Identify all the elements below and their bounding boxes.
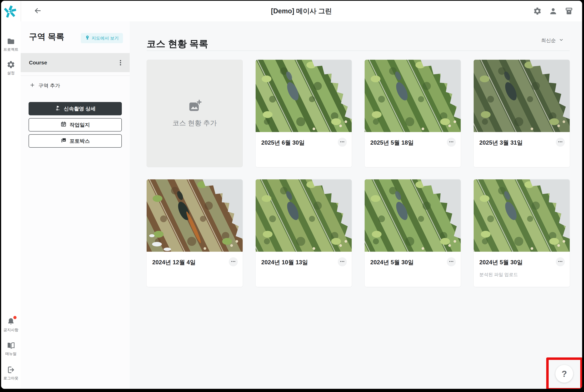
notification-badge <box>13 316 17 319</box>
card-footer: 2024년 5월 30일 분석된 파일 업로드 <box>474 252 570 287</box>
card-footer: 2025년 6월 30일 <box>256 132 352 167</box>
ellipsis-icon <box>339 259 345 265</box>
zone-name: Course <box>29 60 116 66</box>
card-date: 2024년 10월 13일 <box>261 258 308 266</box>
calendar-icon <box>61 121 67 128</box>
rail-item-folder[interactable]: 프로젝트 <box>1 37 21 52</box>
card-date: 2024년 5월 30일 <box>479 258 523 266</box>
rail-item-bell[interactable]: 공지사항 <box>1 317 21 332</box>
topbar-actions <box>533 1 573 22</box>
meissa-logo-icon[interactable] <box>4 5 17 18</box>
zone-menu-kebab-icon[interactable] <box>116 58 125 67</box>
course-status-card[interactable]: 2024년 5월 30일 <box>365 180 461 287</box>
main-content: 코스 현황 목록 최신순 코스 현황 추가 2025년 6월 30일 2025년… <box>130 22 582 389</box>
rail-item-label: 프로젝트 <box>4 47 19 52</box>
card-menu-button[interactable] <box>447 138 456 147</box>
topbar: [Demo] 메이사 그린 <box>21 1 582 22</box>
add-zone-button[interactable]: 구역 추가 <box>30 82 60 90</box>
left-rail: 프로젝트 설정 공지사항 매뉴얼 로그아웃 <box>1 1 21 389</box>
gear-icon <box>7 60 15 69</box>
project-title: [Demo] 메이사 그린 <box>21 1 582 22</box>
card-date: 2025년 6월 30일 <box>261 139 305 147</box>
rail-item-label: 공지사항 <box>4 328 19 332</box>
card-footer: 2025년 5월 18일 <box>365 132 461 167</box>
action-button-label: 작업일지 <box>70 122 90 128</box>
card-menu-button[interactable] <box>338 257 347 266</box>
course-card-grid: 코스 현황 추가 2025년 6월 30일 2025년 5월 18일 2025년… <box>147 60 570 287</box>
orthophoto-thumbnail <box>365 60 461 132</box>
course-status-card[interactable]: 2025년 3월 31일 <box>474 60 570 167</box>
course-status-card[interactable]: 2025년 6월 30일 <box>256 60 352 167</box>
course-status-card[interactable]: 2024년 10월 13일 <box>256 180 352 287</box>
orthophoto-thumbnail <box>474 180 570 252</box>
page-title: 코스 현황 목록 <box>147 38 208 50</box>
help-button[interactable]: ? <box>555 365 573 382</box>
ellipsis-icon <box>448 259 454 265</box>
orthophoto-thumbnail <box>147 180 243 252</box>
ellipsis-icon <box>557 259 563 265</box>
add-course-status-card[interactable]: 코스 현황 추가 <box>147 60 243 167</box>
action-button-golf-flag[interactable]: 신속촬영 상세 <box>29 102 122 115</box>
bell-icon <box>7 317 15 326</box>
ellipsis-icon <box>557 139 563 146</box>
card-footer: 2025년 3월 31일 <box>474 132 570 167</box>
golf-flag-icon <box>55 105 61 112</box>
view-on-map-label: 지도에서 보기 <box>92 35 119 41</box>
screen: { "window": { "title": "[Demo] 메이사 그린" }… <box>0 0 584 392</box>
card-footer: 2024년 10월 13일 <box>256 252 352 287</box>
logout-icon <box>7 366 15 374</box>
image-add-icon <box>188 99 202 114</box>
course-status-card[interactable]: 2024년 5월 30일 분석된 파일 업로드 <box>474 180 570 287</box>
action-button-photobox[interactable]: 포토박스 <box>29 134 122 148</box>
add-course-status-label: 코스 현황 추가 <box>172 118 217 128</box>
orthophoto-thumbnail <box>256 180 352 252</box>
card-footer: 2024년 5월 30일 <box>365 252 461 287</box>
card-menu-button[interactable] <box>556 257 565 266</box>
card-menu-button[interactable] <box>338 138 347 147</box>
card-date: 2024년 5월 30일 <box>370 258 414 266</box>
panel-divider <box>21 76 130 76</box>
title-divider <box>147 50 570 51</box>
book-icon <box>7 341 15 350</box>
ellipsis-icon <box>448 139 454 146</box>
settings-icon[interactable] <box>533 6 542 16</box>
panel-actions: 신속촬영 상세작업일지포토박스 <box>29 102 122 148</box>
sort-dropdown[interactable]: 최신순 <box>541 37 564 44</box>
card-date: 2024년 12월 4일 <box>152 258 196 266</box>
rail-item-logout[interactable]: 로그아웃 <box>1 366 21 381</box>
ellipsis-icon <box>339 139 345 146</box>
orthophoto-thumbnail <box>365 180 461 252</box>
rail-item-label: 로그아웃 <box>4 376 19 381</box>
rail-item-book[interactable]: 매뉴얼 <box>1 341 21 356</box>
folder-icon <box>7 37 15 46</box>
add-zone-label: 구역 추가 <box>38 82 60 89</box>
sort-label: 최신순 <box>541 37 556 44</box>
view-on-map-button[interactable]: 지도에서 보기 <box>81 33 123 43</box>
orthophoto-thumbnail <box>474 60 570 132</box>
rail-item-label: 매뉴얼 <box>5 351 17 356</box>
card-menu-button[interactable] <box>556 138 565 147</box>
orthophoto-thumbnail <box>256 60 352 132</box>
zone-item-course[interactable]: Course <box>21 53 130 72</box>
card-menu-button[interactable] <box>229 257 238 266</box>
course-status-card[interactable]: 2024년 12월 4일 <box>147 180 243 287</box>
plus-icon <box>30 82 35 89</box>
card-subtitle: 분석된 파일 업로드 <box>479 272 518 278</box>
app-window: [Demo] 메이사 그린 프로젝트 설정 공지사항 매뉴얼 로그아웃 구역 목… <box>1 1 582 389</box>
card-date: 2025년 5월 18일 <box>370 139 414 147</box>
chevron-down-icon <box>559 38 564 44</box>
action-button-calendar[interactable]: 작업일지 <box>29 118 122 132</box>
rail-item-gear[interactable]: 설정 <box>1 60 21 76</box>
course-status-card[interactable]: 2025년 5월 18일 <box>365 60 461 167</box>
photobox-icon <box>61 137 67 145</box>
map-pin-icon <box>85 35 90 41</box>
account-icon[interactable] <box>549 6 558 16</box>
archive-icon[interactable] <box>564 6 573 16</box>
card-footer: 2024년 12월 4일 <box>147 252 243 287</box>
ellipsis-icon <box>230 259 236 265</box>
zone-list-title: 구역 목록 <box>29 31 64 42</box>
action-button-label: 신속촬영 상세 <box>64 105 96 112</box>
card-menu-button[interactable] <box>447 257 456 266</box>
rail-item-label: 설정 <box>7 70 15 76</box>
question-mark-icon: ? <box>562 369 567 379</box>
